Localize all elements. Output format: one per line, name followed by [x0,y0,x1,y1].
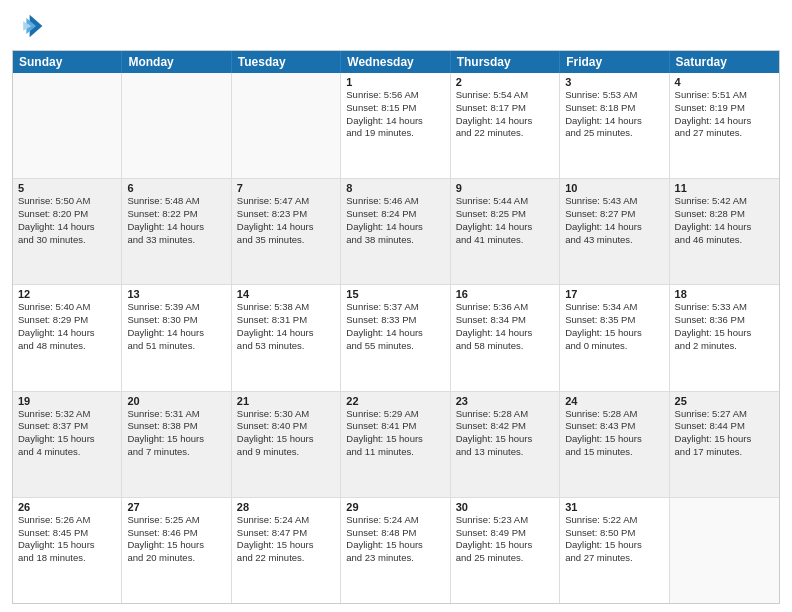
day-number: 5 [18,182,116,194]
day-cell-11: 11Sunrise: 5:42 AMSunset: 8:28 PMDayligh… [670,179,779,284]
cell-line: and 13 minutes. [456,446,554,459]
cell-line: Daylight: 15 hours [127,539,225,552]
cell-line: Daylight: 15 hours [237,539,335,552]
cell-line: Sunrise: 5:42 AM [675,195,774,208]
day-cell-29: 29Sunrise: 5:24 AMSunset: 8:48 PMDayligh… [341,498,450,603]
cell-line: and 41 minutes. [456,234,554,247]
cell-line: Daylight: 15 hours [456,433,554,446]
cell-line: Sunset: 8:18 PM [565,102,663,115]
cell-line: Sunset: 8:44 PM [675,420,774,433]
cell-line: Sunset: 8:34 PM [456,314,554,327]
day-number: 11 [675,182,774,194]
day-number: 3 [565,76,663,88]
day-number: 29 [346,501,444,513]
day-number: 15 [346,288,444,300]
calendar-row-3: 12Sunrise: 5:40 AMSunset: 8:29 PMDayligh… [13,284,779,390]
cell-line: Sunset: 8:40 PM [237,420,335,433]
day-number: 14 [237,288,335,300]
day-cell-8: 8Sunrise: 5:46 AMSunset: 8:24 PMDaylight… [341,179,450,284]
cell-line: Sunrise: 5:51 AM [675,89,774,102]
cell-line: Daylight: 14 hours [18,327,116,340]
cell-line: Daylight: 14 hours [18,221,116,234]
day-cell-20: 20Sunrise: 5:31 AMSunset: 8:38 PMDayligh… [122,392,231,497]
cell-line: Sunset: 8:20 PM [18,208,116,221]
day-cell-6: 6Sunrise: 5:48 AMSunset: 8:22 PMDaylight… [122,179,231,284]
cell-line: Daylight: 14 hours [565,221,663,234]
cell-line: Sunset: 8:22 PM [127,208,225,221]
empty-cell [13,73,122,178]
cell-line: Sunrise: 5:28 AM [456,408,554,421]
day-number: 18 [675,288,774,300]
cell-line: Daylight: 15 hours [565,327,663,340]
cell-line: and 51 minutes. [127,340,225,353]
cell-line: Sunrise: 5:34 AM [565,301,663,314]
weekday-header-thursday: Thursday [451,51,560,73]
day-cell-15: 15Sunrise: 5:37 AMSunset: 8:33 PMDayligh… [341,285,450,390]
calendar-row-2: 5Sunrise: 5:50 AMSunset: 8:20 PMDaylight… [13,178,779,284]
day-number: 1 [346,76,444,88]
page: SundayMondayTuesdayWednesdayThursdayFrid… [0,0,792,612]
weekday-header-sunday: Sunday [13,51,122,73]
cell-line: Sunrise: 5:36 AM [456,301,554,314]
cell-line: and 30 minutes. [18,234,116,247]
cell-line: and 53 minutes. [237,340,335,353]
cell-line: and 55 minutes. [346,340,444,353]
cell-line: Daylight: 15 hours [237,433,335,446]
cell-line: Sunrise: 5:53 AM [565,89,663,102]
cell-line: Daylight: 15 hours [346,433,444,446]
cell-line: Sunrise: 5:27 AM [675,408,774,421]
day-cell-3: 3Sunrise: 5:53 AMSunset: 8:18 PMDaylight… [560,73,669,178]
day-number: 26 [18,501,116,513]
cell-line: and 23 minutes. [346,552,444,565]
cell-line: Daylight: 14 hours [346,115,444,128]
cell-line: Sunset: 8:37 PM [18,420,116,433]
cell-line: Daylight: 15 hours [675,433,774,446]
cell-line: Sunrise: 5:43 AM [565,195,663,208]
day-cell-18: 18Sunrise: 5:33 AMSunset: 8:36 PMDayligh… [670,285,779,390]
cell-line: Sunset: 8:38 PM [127,420,225,433]
cell-line: Sunrise: 5:54 AM [456,89,554,102]
cell-line: Sunset: 8:42 PM [456,420,554,433]
cell-line: Sunrise: 5:33 AM [675,301,774,314]
cell-line: Daylight: 15 hours [456,539,554,552]
cell-line: and 11 minutes. [346,446,444,459]
empty-cell [232,73,341,178]
cell-line: Daylight: 14 hours [565,115,663,128]
header [12,10,780,42]
day-number: 7 [237,182,335,194]
cell-line: Daylight: 14 hours [127,221,225,234]
cell-line: Daylight: 15 hours [565,433,663,446]
cell-line: and 15 minutes. [565,446,663,459]
logo-icon [12,10,44,42]
cell-line: Daylight: 14 hours [675,221,774,234]
weekday-header-saturday: Saturday [670,51,779,73]
cell-line: Sunset: 8:33 PM [346,314,444,327]
cell-line: Sunset: 8:19 PM [675,102,774,115]
day-number: 13 [127,288,225,300]
day-cell-9: 9Sunrise: 5:44 AMSunset: 8:25 PMDaylight… [451,179,560,284]
cell-line: Sunrise: 5:37 AM [346,301,444,314]
cell-line: Sunrise: 5:24 AM [346,514,444,527]
day-cell-24: 24Sunrise: 5:28 AMSunset: 8:43 PMDayligh… [560,392,669,497]
cell-line: Sunrise: 5:47 AM [237,195,335,208]
cell-line: and 43 minutes. [565,234,663,247]
cell-line: Sunrise: 5:23 AM [456,514,554,527]
day-number: 10 [565,182,663,194]
calendar-row-4: 19Sunrise: 5:32 AMSunset: 8:37 PMDayligh… [13,391,779,497]
day-number: 31 [565,501,663,513]
day-cell-30: 30Sunrise: 5:23 AMSunset: 8:49 PMDayligh… [451,498,560,603]
cell-line: Daylight: 14 hours [675,115,774,128]
cell-line: Sunset: 8:46 PM [127,527,225,540]
weekday-header-tuesday: Tuesday [232,51,341,73]
cell-line: Sunrise: 5:39 AM [127,301,225,314]
day-cell-16: 16Sunrise: 5:36 AMSunset: 8:34 PMDayligh… [451,285,560,390]
cell-line: Daylight: 14 hours [346,221,444,234]
cell-line: Sunrise: 5:38 AM [237,301,335,314]
cell-line: Daylight: 14 hours [456,221,554,234]
cell-line: and 4 minutes. [18,446,116,459]
day-cell-12: 12Sunrise: 5:40 AMSunset: 8:29 PMDayligh… [13,285,122,390]
cell-line: Sunrise: 5:46 AM [346,195,444,208]
cell-line: and 33 minutes. [127,234,225,247]
day-cell-10: 10Sunrise: 5:43 AMSunset: 8:27 PMDayligh… [560,179,669,284]
cell-line: Sunrise: 5:25 AM [127,514,225,527]
